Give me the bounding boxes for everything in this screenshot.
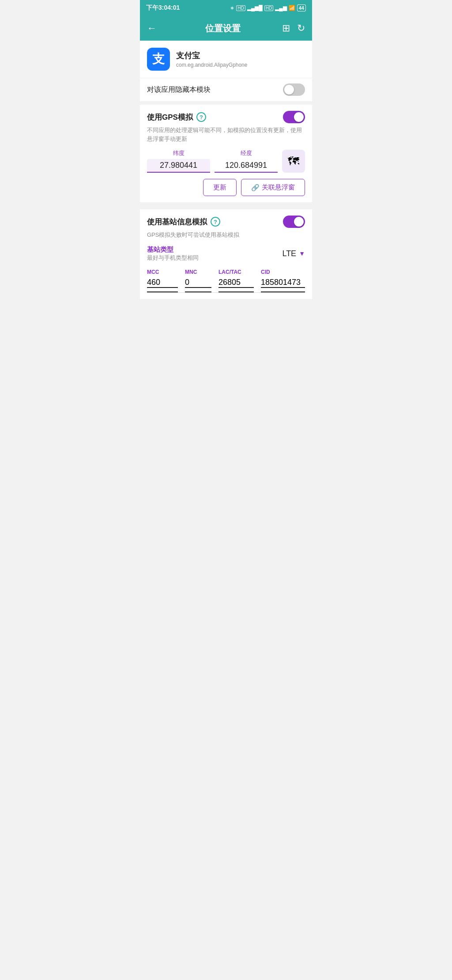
cell-type-row: 基站类型 最好与手机类型相同 LTE ▼ [147, 246, 305, 262]
back-button[interactable]: ← [147, 23, 157, 34]
nav-actions: ⊞ ↻ [282, 23, 305, 34]
cell-type-select[interactable]: LTE ▼ [282, 249, 305, 258]
status-time: 下午3:04:01 [146, 4, 180, 12]
cell-title: 使用基站信息模拟 [147, 217, 207, 227]
gps-help-icon[interactable]: ? [196, 112, 206, 122]
cell-toggle[interactable] [283, 216, 305, 228]
gps-toggle-knob [294, 112, 304, 122]
mcc-field: MCC [147, 269, 178, 292]
link-icon: 🔗 [251, 184, 260, 192]
gps-title: 使用GPS模拟 [147, 112, 193, 122]
status-icons: ∗ HD ▂▄▆█ HD ▂▄▆ 📶 44 [230, 4, 306, 11]
gps-toggle[interactable] [283, 111, 305, 123]
cell-type-label: 基站类型 [147, 246, 199, 254]
longitude-input[interactable] [215, 159, 278, 173]
latitude-label: 纬度 [147, 149, 210, 157]
hide-module-row: 对该应用隐藏本模块 [140, 78, 312, 105]
divider-1 [140, 206, 312, 209]
map-icon: 🗺 [288, 155, 299, 168]
mnc-label: MNC [185, 269, 211, 275]
lac-label: LAC/TAC [218, 269, 254, 275]
cell-fields-row: MCC MNC LAC/TAC CID [147, 269, 305, 293]
gps-title-row: 使用GPS模拟 ? [147, 112, 206, 122]
gps-action-row: 更新 🔗 关联悬浮窗 [147, 179, 305, 196]
app-name: 支付宝 [176, 50, 247, 61]
toggle-knob [284, 85, 294, 95]
lac-input[interactable] [218, 278, 254, 288]
lac-field: LAC/TAC [218, 269, 254, 292]
longitude-field: 经度 [215, 149, 278, 173]
mnc-field: MNC [185, 269, 211, 292]
dropdown-arrow-icon: ▼ [299, 250, 305, 257]
update-button[interactable]: 更新 [203, 179, 237, 196]
app-icon: 支 [147, 48, 170, 71]
mnc-input[interactable] [185, 278, 211, 288]
app-icon-text: 支 [152, 51, 165, 68]
latitude-field: 纬度 [147, 149, 210, 173]
cid-input[interactable] [261, 278, 305, 288]
gps-desc: 不同应用的处理逻辑可能不同，如模拟的位置没有更新，使用悬浮窗手动更新 [147, 126, 305, 143]
cid-label: CID [261, 269, 305, 275]
gps-header: 使用GPS模拟 ? [147, 111, 305, 123]
nav-bar: ← 位置设置 ⊞ ↻ [140, 16, 312, 41]
cell-desc: GPS模拟失败时可尝试使用基站模拟 [147, 231, 305, 239]
cell-toggle-knob [294, 217, 304, 227]
battery-indicator: 44 [297, 4, 306, 11]
cell-section: 使用基站信息模拟 ? GPS模拟失败时可尝试使用基站模拟 基站类型 最好与手机类… [140, 209, 312, 299]
app-info-section: 支 支付宝 com.eg.android.AlipayGphone [140, 41, 312, 78]
map-button[interactable]: 🗺 [282, 150, 305, 173]
wifi-icon: 📶 [289, 5, 295, 11]
hide-module-toggle[interactable] [283, 83, 305, 96]
mcc-label: MCC [147, 269, 178, 275]
cell-type-label-group: 基站类型 最好与手机类型相同 [147, 246, 199, 262]
coord-row: 纬度 经度 🗺 [147, 149, 305, 173]
status-bar: 下午3:04:01 ∗ HD ▂▄▆█ HD ▂▄▆ 📶 44 [140, 0, 312, 16]
bluetooth-icon: ∗ [230, 5, 234, 11]
mcc-input[interactable] [147, 278, 178, 288]
signal-bars-icon: ▂▄▆█ [247, 5, 263, 11]
gps-section: 使用GPS模拟 ? 不同应用的处理逻辑可能不同，如模拟的位置没有更新，使用悬浮窗… [140, 105, 312, 206]
grid-icon[interactable]: ⊞ [282, 23, 290, 34]
cell-type-value: LTE [282, 249, 296, 258]
page-background [140, 299, 312, 476]
app-package: com.eg.android.AlipayGphone [176, 62, 247, 68]
hide-module-label: 对该应用隐藏本模块 [147, 85, 211, 95]
cell-title-row: 使用基站信息模拟 ? [147, 217, 220, 227]
cell-type-sub: 最好与手机类型相同 [147, 254, 199, 262]
app-details: 支付宝 com.eg.android.AlipayGphone [176, 50, 247, 68]
signal-hd2-icon: HD [264, 5, 273, 11]
signal-bars2-icon: ▂▄▆ [275, 5, 287, 11]
link-float-button[interactable]: 🔗 关联悬浮窗 [241, 179, 305, 196]
cell-header: 使用基站信息模拟 ? [147, 216, 305, 228]
longitude-label: 经度 [215, 149, 278, 157]
cid-field: CID [261, 269, 305, 292]
signal-hd-icon: HD [236, 5, 245, 11]
link-float-label: 关联悬浮窗 [262, 183, 295, 192]
latitude-input[interactable] [147, 159, 210, 173]
history-icon[interactable]: ↻ [297, 23, 305, 34]
page-title: 位置设置 [164, 23, 282, 34]
cell-help-icon[interactable]: ? [211, 217, 220, 227]
